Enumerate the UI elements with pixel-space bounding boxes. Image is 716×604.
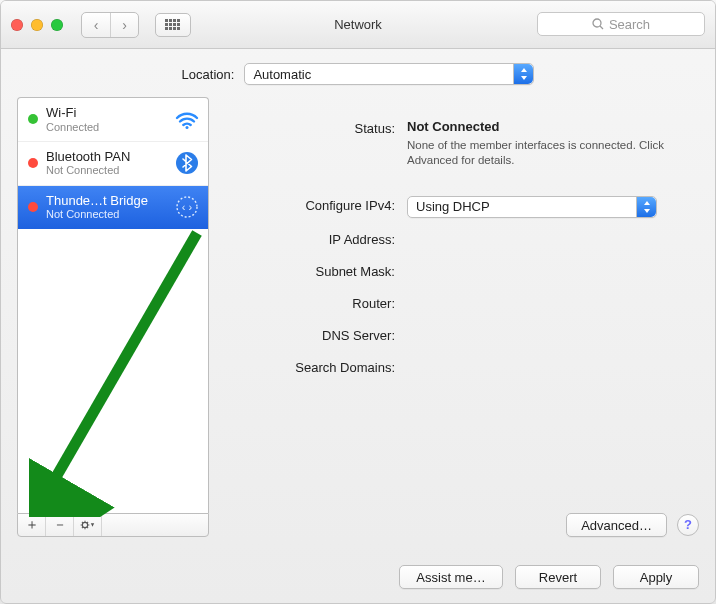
chevron-left-icon: ‹: [94, 18, 99, 32]
svg-line-23: [82, 522, 83, 523]
interface-list-toolbar: ＋ －: [17, 513, 209, 537]
interface-sub: Connected: [46, 121, 166, 134]
subnet-mask-label: Subnet Mask:: [225, 262, 395, 279]
interface-item-bluetooth-pan[interactable]: Bluetooth PAN Not Connected: [18, 142, 208, 186]
interface-list: Wi-Fi Connected: [17, 97, 209, 513]
interface-sub: Not Connected: [46, 164, 166, 177]
show-all-prefs-button[interactable]: [155, 13, 191, 37]
popup-arrows-icon: [513, 64, 533, 84]
network-prefs-window: ‹ › Network Search Location: Automatic: [0, 0, 716, 604]
location-row: Location: Automatic: [1, 49, 715, 97]
config-fields: Configure IPv4: Using DHCP IP Address: S…: [225, 196, 699, 378]
interface-sub: Not Connected: [46, 208, 166, 221]
svg-rect-2: [173, 19, 176, 22]
apply-button[interactable]: Apply: [613, 565, 699, 589]
configure-ipv4-value: Using DHCP: [416, 199, 490, 214]
status-label: Status:: [225, 119, 395, 136]
forward-button[interactable]: ›: [110, 13, 138, 37]
svg-rect-4: [165, 23, 168, 26]
titlebar: ‹ › Network Search: [1, 1, 715, 49]
search-placeholder: Search: [609, 17, 650, 32]
advanced-row: Advanced… ?: [566, 513, 699, 537]
ip-address-label: IP Address:: [225, 230, 395, 247]
svg-line-24: [87, 527, 88, 528]
close-window[interactable]: [11, 19, 23, 31]
search-domains-label: Search Domains:: [225, 358, 395, 375]
status-dot-icon: [28, 158, 38, 168]
location-value: Automatic: [253, 67, 311, 82]
svg-point-18: [82, 522, 87, 527]
svg-point-14: [186, 126, 189, 129]
minus-icon: －: [53, 516, 67, 534]
interface-item-thunderbolt-bridge[interactable]: Thunde…t Bridge Not Connected ‹ ›: [18, 186, 208, 230]
footer-buttons: Assist me… Revert Apply: [399, 565, 699, 589]
grid-icon: [165, 19, 181, 31]
svg-rect-8: [165, 27, 168, 30]
dns-server-label: DNS Server:: [225, 326, 395, 343]
interface-actions-menu[interactable]: [74, 514, 102, 536]
status-value: Not Connected: [407, 119, 699, 134]
status-desc: None of the member interfaces is connect…: [407, 138, 699, 168]
svg-rect-0: [165, 19, 168, 22]
router-label: Router:: [225, 294, 395, 311]
subnet-mask-value: [407, 262, 699, 282]
window-controls: [11, 19, 63, 31]
interface-detail: Status: Not Connected None of the member…: [225, 97, 699, 537]
search-field[interactable]: Search: [537, 12, 705, 36]
location-label: Location:: [182, 67, 235, 82]
interface-title: Wi-Fi: [46, 105, 166, 121]
interface-item-wifi[interactable]: Wi-Fi Connected: [18, 98, 208, 142]
content: Wi-Fi Connected: [1, 97, 715, 537]
search-domains-value: [407, 358, 699, 378]
bridge-icon: ‹ ›: [174, 194, 200, 220]
assist-me-button[interactable]: Assist me…: [399, 565, 503, 589]
help-button[interactable]: ?: [677, 514, 699, 536]
svg-rect-7: [177, 23, 180, 26]
back-button[interactable]: ‹: [82, 13, 110, 37]
svg-rect-5: [169, 23, 172, 26]
bluetooth-icon: [174, 150, 200, 176]
configure-ipv4-popup[interactable]: Using DHCP: [407, 196, 657, 218]
svg-line-13: [600, 26, 603, 29]
chevron-right-icon: ›: [122, 18, 127, 32]
popup-arrows-icon: [636, 197, 656, 217]
advanced-button[interactable]: Advanced…: [566, 513, 667, 537]
minimize-window[interactable]: [31, 19, 43, 31]
remove-interface-button[interactable]: －: [46, 514, 74, 536]
svg-rect-10: [173, 27, 176, 30]
svg-rect-9: [169, 27, 172, 30]
router-value: [407, 294, 699, 314]
svg-text:‹ ›: ‹ ›: [182, 201, 193, 213]
nav-back-forward: ‹ ›: [81, 12, 139, 38]
plus-icon: ＋: [25, 516, 39, 534]
interfaces-sidebar: Wi-Fi Connected: [17, 97, 209, 537]
svg-rect-11: [177, 27, 180, 30]
window-title: Network: [334, 17, 382, 32]
location-popup[interactable]: Automatic: [244, 63, 534, 85]
svg-rect-1: [169, 19, 172, 22]
status-dot-icon: [28, 202, 38, 212]
configure-label: Configure IPv4:: [225, 196, 395, 213]
svg-point-12: [593, 19, 601, 27]
interface-title: Bluetooth PAN: [46, 149, 166, 165]
revert-button[interactable]: Revert: [515, 565, 601, 589]
svg-line-25: [87, 522, 88, 523]
svg-rect-6: [173, 23, 176, 26]
wifi-icon: [174, 106, 200, 132]
status-dot-icon: [28, 114, 38, 124]
svg-line-26: [82, 527, 83, 528]
status-row: Status: Not Connected None of the member…: [225, 119, 699, 168]
ip-address-value: [407, 230, 699, 250]
search-icon: [592, 18, 604, 30]
dns-server-value: [407, 326, 699, 346]
svg-rect-3: [177, 19, 180, 22]
gear-dropdown-icon: [80, 519, 95, 531]
zoom-window[interactable]: [51, 19, 63, 31]
add-interface-button[interactable]: ＋: [18, 514, 46, 536]
interface-title: Thunde…t Bridge: [46, 193, 166, 209]
